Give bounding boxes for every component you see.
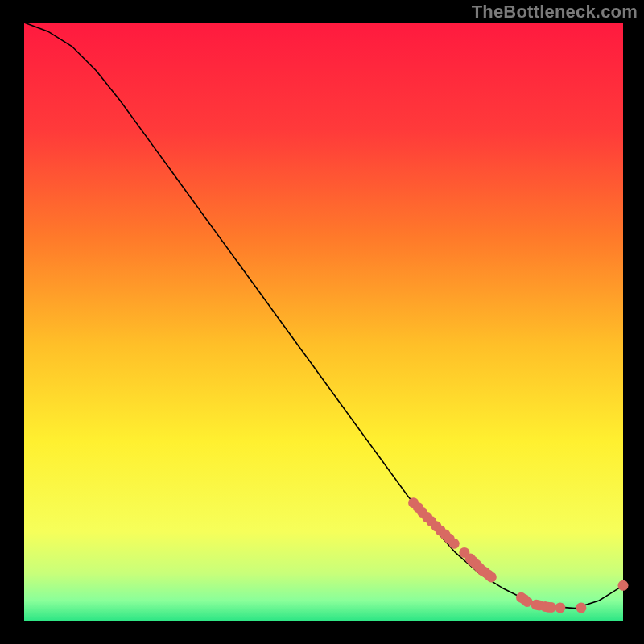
chart-stage: TheBottleneck.com (0, 0, 644, 644)
bottleneck-chart (0, 0, 644, 644)
data-point (486, 572, 497, 582)
data-point (555, 602, 565, 613)
plot-background (24, 23, 623, 621)
data-point (618, 580, 629, 591)
data-point (576, 602, 586, 613)
data-point (522, 597, 532, 607)
data-point (449, 539, 460, 549)
data-point (546, 602, 556, 613)
watermark-text: TheBottleneck.com (472, 2, 638, 23)
